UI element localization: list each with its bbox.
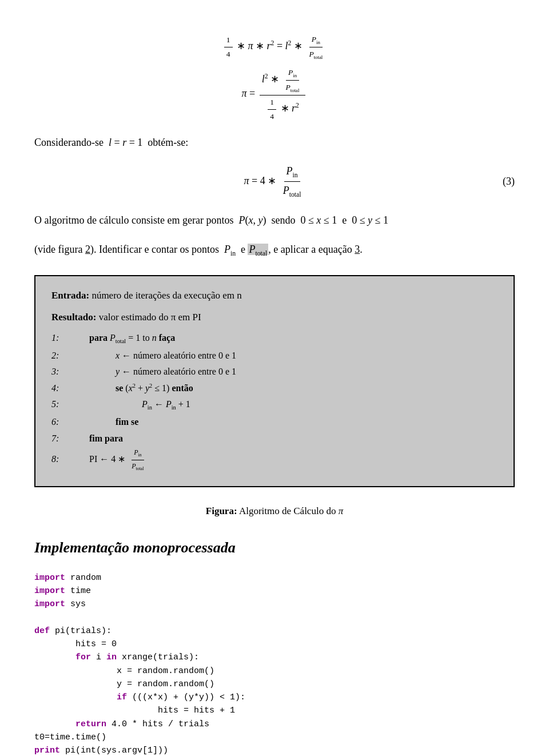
algorithm-box: Entrada: número de iterações da execução… [34, 275, 515, 487]
code-line-10: hits = hits + 1 [34, 704, 515, 717]
algo-desc-sendo: sendo [271, 214, 295, 226]
figure-caption: Figura: Algoritmo de Cálculo do π [34, 503, 515, 519]
code-line-13: print pi(int(sys.argv[1])) [34, 744, 515, 756]
algo-line-5: 5: Pin ← Pin + 1 [51, 397, 498, 413]
figura-label: Figura: [206, 506, 237, 516]
algorithm-description: O algoritmo de cálculo consiste em gerar… [34, 212, 515, 229]
code-line-11: return 4.0 * hits / trials [34, 718, 515, 731]
obtem-label: obtém-se: [148, 137, 188, 148]
algo-line-7: 7: fim para [51, 431, 498, 446]
vide-text: (vide figura 2). Identificar e contar os… [34, 244, 363, 255]
code-line-8: y = random.random() [34, 678, 515, 691]
eq3-number: (3) [480, 173, 515, 190]
algo-line-6: 6: fim se [51, 415, 498, 429]
figura-text: Algoritmo de Cálculo do π [239, 506, 343, 516]
eq1-math: 1 4 ∗ π ∗ r2 = l2 ∗ Pin Ptotal [222, 33, 327, 61]
eq3-math: π = 4 ∗ Pin Ptotal [244, 175, 305, 186]
code-line-7: x = random.random() [34, 665, 515, 678]
considerando-label: Considerando-se [34, 137, 104, 148]
algo-line-3: 3: y ← número aleatório entre 0 e 1 [51, 364, 498, 379]
algorithm-description2: (vide figura 2). Identificar e contar os… [34, 241, 515, 259]
code-line-12: t0=time.time() [34, 731, 515, 744]
algo-line-1: 1: para Ptotal = 1 to n faça [51, 331, 498, 347]
eq1-row: 1 4 ∗ π ∗ r2 = l2 ∗ Pin Ptotal [34, 33, 515, 61]
eq3-center: π = 4 ∗ Pin Ptotal [69, 163, 480, 201]
algo-desc-text: O algoritmo de cálculo consiste em gerar… [34, 214, 233, 226]
code-line-5: hits = 0 [34, 638, 515, 651]
algo-desc-e1: e [342, 214, 347, 226]
fig-ref-3: 3 [355, 244, 360, 255]
algo-line-2: 2: x ← número aleatório entre 0 e 1 [51, 348, 498, 363]
code-block: import random import time import sys def… [34, 571, 515, 756]
code-line-1: import random [34, 571, 515, 584]
eq3-numbered: π = 4 ∗ Pin Ptotal (3) [34, 163, 515, 201]
eq2-row: π = l2 ∗ Pin Ptotal 1 4 ∗ r2 [34, 66, 515, 122]
top-equations: 1 4 ∗ π ∗ r2 = l2 ∗ Pin Ptotal π = l2 ∗ … [34, 33, 515, 122]
considerando-text: Considerando-se l = r = 1 obtém-se: [34, 134, 515, 152]
code-line-4: def pi(trials): [34, 624, 515, 638]
eq2-math: π = l2 ∗ Pin Ptotal 1 4 ∗ r2 [242, 66, 308, 122]
code-line-6: for i in xrange(trials): [34, 651, 515, 664]
algo-entrada: Entrada: número de iterações da execução… [51, 288, 498, 303]
algo-line-4: 4: se (x2 + y2 ≤ 1) então [51, 381, 498, 396]
code-line-blank [34, 611, 515, 624]
algo-resultado: Resultado: valor estimado do π em PI [51, 309, 498, 325]
code-line-9: if (((x*x) + (y*y)) < 1): [34, 691, 515, 704]
code-line-2: import time [34, 584, 515, 598]
code-line-3: import sys [34, 598, 515, 611]
section-heading: Implementação monoprocessada [34, 536, 515, 560]
fig-ref-2: 2 [85, 244, 90, 255]
algo-line-8: 8: PI ← 4 ∗ Pin Ptotal [51, 447, 498, 473]
